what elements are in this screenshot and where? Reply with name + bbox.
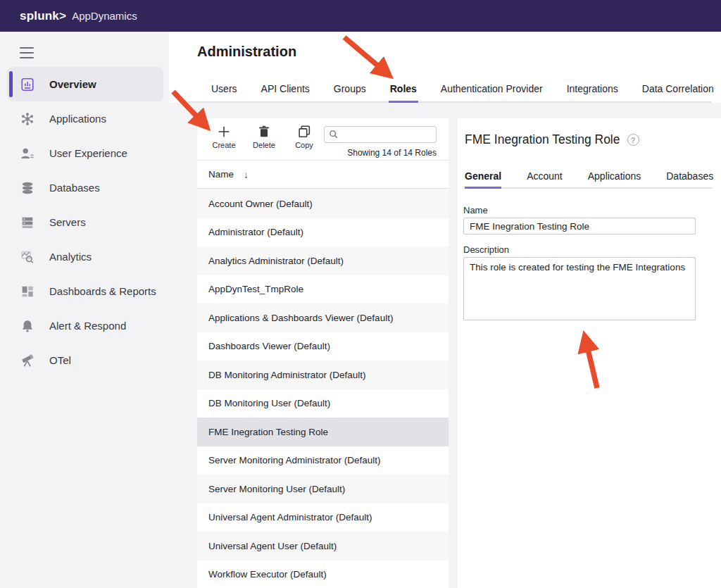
roles-toolbar: Create Delete Copy [197,118,449,161]
sidebar-item-label: Databases [49,182,100,194]
table-row[interactable]: DB Monitoring User (Default) [197,389,449,418]
sidebar-item-label: Servers [49,216,86,228]
sidebar-item-label: Overview [49,78,96,90]
roles-count-text: Showing 14 of 14 Roles [347,148,437,158]
servers-icon [20,215,35,230]
table-row[interactable]: Universal Agent Administrator (Default) [197,503,449,532]
tab-applications[interactable]: Applications [588,165,641,187]
roles-table-body: Account Owner (Default)Administrator (De… [197,189,449,588]
tab-general[interactable]: General [465,165,501,187]
tab-users[interactable]: Users [211,76,237,101]
tab-data-correlation[interactable]: Data Correlation [642,76,714,101]
create-button[interactable]: Create [206,124,242,149]
table-row[interactable]: Administrator (Default) [197,218,449,247]
product-name: AppDynamics [72,10,137,22]
table-row[interactable]: AppDynTest_TmpRole [197,275,449,304]
otel-telescope-icon [20,353,35,368]
tab-roles[interactable]: Roles [390,76,417,101]
role-detail-panel: FME Inegration Testing Role ? GeneralAcc… [458,118,721,588]
page-title: Administration [197,44,296,60]
copy-icon [296,124,312,139]
sidebar-item-alert-respond[interactable]: Alert & Respond [7,308,163,343]
table-row[interactable]: DB Monitoring Administrator (Default) [197,361,449,389]
sidebar-item-applications[interactable]: Applications [7,101,163,136]
table-row[interactable]: Applications & Dashboards Viewer (Defaul… [197,304,449,332]
sidebar-item-label: Alert & Respond [49,320,126,332]
analytics-icon [20,249,35,265]
sidebar-item-servers[interactable]: Servers [7,205,163,239]
sidebar-item-analytics[interactable]: Analytics [7,239,163,274]
roles-column-header[interactable]: Name ↓ [197,161,449,189]
sidebar-item-label: Applications [49,113,106,125]
search-icon [329,130,339,139]
tab-databases[interactable]: Databases [666,165,713,187]
table-row[interactable]: Server Monitoring Administrator (Default… [197,446,449,475]
role-detail-title: FME Inegration Testing Role [465,132,620,147]
name-field-label: Name [463,205,488,215]
tab-account[interactable]: Account [527,165,563,187]
overview-icon [20,77,35,92]
sidebar-item-user-experience[interactable]: User Experience [7,136,163,170]
roles-list-panel: Create Delete Copy [197,118,449,588]
sidebar-item-label: OTel [49,354,71,366]
splunk-logo: splunk> [20,9,66,23]
applications-icon [20,111,35,127]
tab-api-clients[interactable]: API Clients [261,76,310,101]
roles-search-input[interactable] [342,130,427,140]
table-row[interactable]: Analytics Administrator (Default) [197,246,449,275]
databases-icon [20,180,35,196]
tab-integrations[interactable]: Integrations [567,76,618,101]
user-experience-icon [20,146,35,161]
create-button-label: Create [212,141,235,149]
role-name-input[interactable] [463,218,696,234]
sidebar-item-label: Analytics [49,251,92,263]
dashboards-icon [20,284,35,299]
delete-button-label: Delete [253,141,275,149]
content-header: Administration UsersAPI ClientsGroupsRol… [169,32,721,103]
description-field-label: Description [463,244,509,255]
table-row[interactable]: Server Monitoring User (Default) [197,475,449,503]
delete-button[interactable]: Delete [246,124,282,149]
sidebar-item-dashboards-reports[interactable]: Dashboards & Reports [7,274,163,308]
trash-icon [256,124,272,139]
sidebar-item-otel[interactable]: OTel [7,343,163,377]
sidebar-item-databases[interactable]: Databases [7,170,163,205]
sidebar-item-overview[interactable]: Overview [7,67,163,101]
role-detail-tabs: GeneralAccountApplicationsDatabases [465,165,713,189]
table-row[interactable]: Universal Agent User (Default) [197,532,449,561]
table-row[interactable]: FME Inegration Testing Role [197,418,449,446]
table-row[interactable]: Account Owner (Default) [197,189,449,218]
alert-bell-icon [20,318,35,334]
sidebar-item-label: User Experience [49,147,127,159]
sidebar: Overview Applications User Experience [0,32,169,588]
copy-button-label: Copy [295,141,313,149]
table-row[interactable]: Workflow Executor (Default) [197,561,449,588]
plus-icon [216,124,232,139]
sort-desc-icon[interactable]: ↓ [244,169,249,180]
hamburger-menu-icon[interactable] [20,47,34,58]
roles-search-box[interactable] [324,126,437,143]
sidebar-item-label: Dashboards & Reports [49,285,156,297]
help-icon[interactable]: ? [627,134,639,146]
role-description-textarea[interactable]: This role is created for testing the FME… [463,257,696,320]
sidebar-items: Overview Applications User Experience [0,67,169,377]
tab-groups[interactable]: Groups [334,76,366,101]
name-column-label: Name [208,169,234,180]
admin-tabs: UsersAPI ClientsGroupsRolesAuthenticatio… [187,76,711,103]
table-row[interactable]: Dashboards Viewer (Default) [197,332,449,361]
copy-button[interactable]: Copy [286,124,322,149]
tab-authentication-provider[interactable]: Authentication Provider [441,76,543,101]
topbar: splunk> AppDynamics [0,0,721,32]
